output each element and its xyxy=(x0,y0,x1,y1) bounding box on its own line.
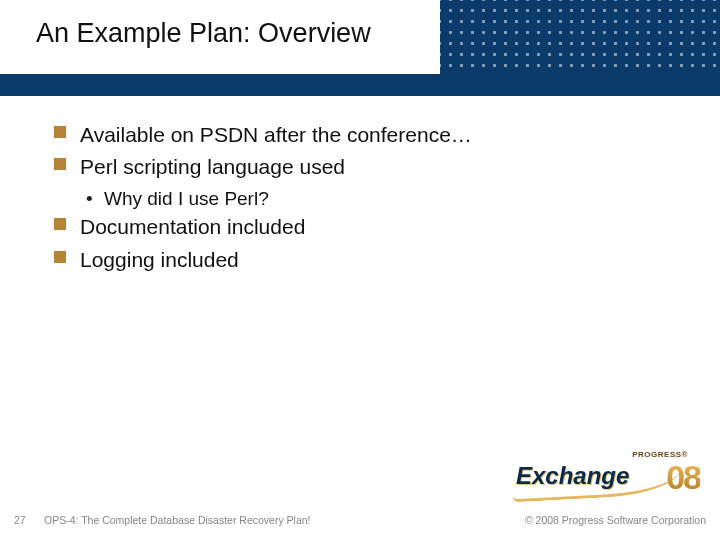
page-number: 27 xyxy=(14,514,26,526)
bullet-text: Available on PSDN after the conference… xyxy=(80,123,472,146)
footer-copyright: © 2008 Progress Software Corporation xyxy=(525,514,706,526)
body-content: Available on PSDN after the conference… … xyxy=(54,120,680,277)
bullet-item: Perl scripting language used xyxy=(54,152,680,182)
logo-exchange-word: Exchange xyxy=(516,462,629,490)
footer: 27 OPS-4: The Complete Database Disaster… xyxy=(0,500,720,540)
slide-title: An Example Plan: Overview xyxy=(36,18,371,49)
header-dot-pattern xyxy=(440,0,720,74)
header: An Example Plan: Overview xyxy=(0,0,720,74)
bullet-text: Documentation included xyxy=(80,215,305,238)
footer-title: OPS-4: The Complete Database Disaster Re… xyxy=(44,514,311,526)
bullet-item: Logging included xyxy=(54,245,680,275)
sub-bullet-item: • Why did I use Perl? xyxy=(80,185,680,213)
bullet-text: Logging included xyxy=(80,248,239,271)
bullet-item: Available on PSDN after the conference… xyxy=(54,120,680,150)
bullet-text: Perl scripting language used xyxy=(80,155,345,178)
logo-year: 08 xyxy=(666,458,700,497)
bullet-dot-icon: • xyxy=(86,185,93,213)
slide: An Example Plan: Overview Available on P… xyxy=(0,0,720,540)
bullet-item: Documentation included xyxy=(54,212,680,242)
bullet-text: Why did I use Perl? xyxy=(104,188,269,209)
